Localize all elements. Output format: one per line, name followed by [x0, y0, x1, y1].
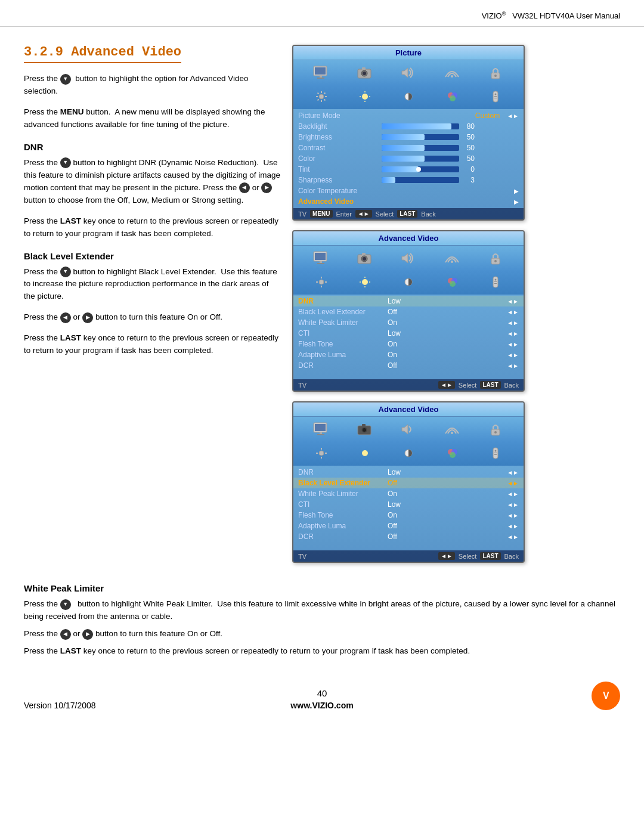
svg-point-57	[362, 450, 368, 456]
svg-point-9	[451, 75, 453, 78]
signal-icon-2	[441, 249, 463, 267]
remote-icon-2	[485, 273, 506, 291]
svg-rect-24	[320, 261, 322, 263]
wpl-row-1: White Peak Limiter On ◄►	[293, 317, 524, 328]
wpl-title: White Peak Limiter	[24, 583, 620, 593]
footer-logo-area: V	[592, 682, 620, 710]
svg-point-12	[319, 94, 324, 99]
lock-icon-2	[485, 249, 506, 267]
color-icon	[441, 88, 463, 106]
right-column: Picture	[292, 45, 626, 563]
svg-rect-29	[362, 253, 366, 255]
icons-row-1	[293, 60, 524, 85]
screen2-bottom-bar: TV ◄► Select LAST Back	[293, 379, 524, 391]
svg-rect-25	[317, 263, 324, 264]
dcr-row-1: DCR Off ◄►	[293, 360, 524, 371]
adv-icons-row-2	[293, 271, 524, 295]
speaker-icon-3	[398, 420, 419, 438]
svg-point-61	[450, 452, 456, 458]
svg-point-56	[319, 451, 324, 456]
dnr-paragraph-1: Press the button to highlight DNR (Dynam…	[24, 157, 280, 207]
brightness-icon-2	[354, 273, 376, 291]
lock-icon-3	[485, 420, 506, 438]
svg-marker-30	[402, 253, 408, 263]
contrast-row: Contrast 50	[293, 143, 524, 153]
svg-rect-64	[494, 453, 497, 453]
main-content: 3.2.9 Advanced Video Press the button to…	[0, 27, 644, 575]
right-button-icon	[261, 182, 272, 193]
picture-screen-title: Picture	[293, 46, 524, 60]
svg-rect-21	[494, 98, 497, 98]
dnr-paragraph-3: Press the LAST key once to return to the…	[24, 215, 280, 240]
intro-paragraph-1: Press the button to highlight the option…	[24, 73, 280, 98]
website: www.VIZIO.com	[290, 701, 353, 710]
screen1-bottom-bar: TV MENU Enter ◄► Select LAST Back	[293, 208, 524, 219]
dnr-row-2: DNR Low ◄►	[293, 467, 524, 478]
svg-point-53	[451, 432, 453, 434]
color-icon-3	[441, 444, 463, 462]
cti-row-1: CTI Low ◄►	[293, 328, 524, 339]
speaker-icon	[398, 64, 419, 82]
brightness-row: Brightness 50	[293, 132, 524, 143]
svg-point-28	[363, 257, 366, 261]
svg-point-35	[362, 279, 368, 285]
left-button-icon	[239, 182, 250, 193]
screen3-bottom-bar: TV ◄► Select LAST Back	[293, 550, 524, 562]
left-column: 3.2.9 Advanced Video Press the button to…	[24, 45, 280, 563]
settings-icon	[311, 88, 332, 106]
svg-rect-42	[494, 281, 497, 282]
svg-point-50	[363, 428, 366, 432]
wpl-section: White Peak Limiter Press the button to h…	[0, 583, 644, 658]
svg-point-6	[363, 72, 366, 75]
svg-rect-51	[362, 424, 366, 426]
signal-icon	[441, 64, 463, 82]
camera-icon-2	[354, 249, 376, 267]
brightness-icon	[354, 88, 376, 106]
monitor-icon	[311, 64, 332, 82]
settings-icon-2	[311, 273, 332, 291]
flesh-tone-row-2: Flesh Tone On ◄►	[293, 510, 524, 521]
left-button-icon-3	[60, 629, 71, 640]
speaker-icon-2	[398, 249, 419, 267]
intro-paragraph-2: Press the MENU button. A new menu will b…	[24, 106, 280, 131]
svg-point-13	[362, 94, 368, 100]
down-button-icon	[60, 74, 71, 85]
down-button-icon-3	[60, 267, 71, 277]
vizio-logo: V	[592, 682, 620, 710]
svg-point-55	[494, 431, 497, 433]
right-button-icon-2	[82, 312, 93, 323]
section-title: 3.2.9 Advanced Video	[24, 45, 181, 63]
svg-rect-23	[315, 253, 326, 260]
adv-menu-rows-2: DNR Low ◄► Black Level Extender Off ◄► W…	[293, 466, 524, 550]
footer-version: Version 10/17/2008	[24, 701, 96, 710]
down-button-icon-2	[60, 157, 71, 168]
sharpness-row: Sharpness 3	[293, 175, 524, 185]
camera-icon-3	[354, 420, 376, 438]
adv-icons-row-1	[293, 246, 524, 271]
footer: Version 10/17/2008 40 www.VIZIO.com V	[0, 670, 644, 722]
svg-point-31	[451, 261, 453, 263]
svg-point-41	[495, 279, 497, 281]
svg-rect-47	[317, 434, 324, 435]
adv-icons-row-3	[293, 417, 524, 442]
camera-icon	[354, 64, 376, 82]
adaptive-luma-row-1: Adaptive Luma On ◄►	[293, 349, 524, 360]
signal-icon-3	[441, 420, 463, 438]
ble-paragraph-1: Press the button to highlight Black Leve…	[24, 266, 280, 304]
color-temp-row: Color Temperature ▶	[293, 185, 524, 196]
wpl-row-2: White Peak Limiter On ◄►	[293, 488, 524, 499]
svg-rect-3	[317, 78, 324, 79]
svg-point-19	[495, 94, 497, 95]
svg-marker-8	[402, 68, 408, 78]
svg-point-39	[450, 281, 456, 287]
svg-rect-7	[362, 67, 366, 70]
contrast-icon	[398, 88, 419, 106]
lock-icon	[485, 64, 506, 82]
svg-point-17	[450, 95, 456, 101]
svg-rect-2	[320, 76, 322, 78]
down-button-icon-4	[60, 599, 71, 610]
monitor-icon-2	[311, 249, 332, 267]
color-row: Color 50	[293, 153, 524, 164]
svg-point-33	[494, 260, 497, 262]
dcr-row-2: DCR Off ◄►	[293, 531, 524, 542]
